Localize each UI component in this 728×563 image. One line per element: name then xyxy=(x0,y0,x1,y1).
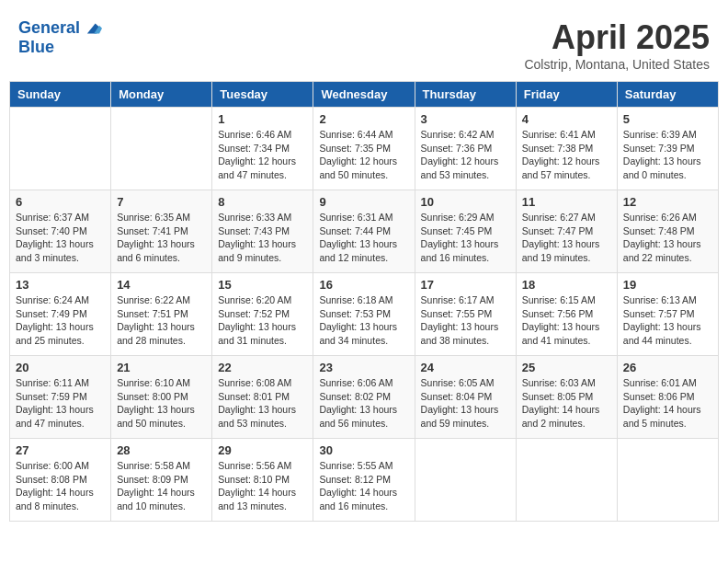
day-number: 23 xyxy=(319,361,408,374)
calendar-cell xyxy=(111,108,212,190)
day-header-friday: Friday xyxy=(516,82,617,108)
calendar-cell: 28Sunrise: 5:58 AMSunset: 8:09 PMDayligh… xyxy=(111,439,212,522)
calendar-cell: 20Sunrise: 6:11 AMSunset: 7:59 PMDayligh… xyxy=(10,356,111,439)
logo-subtext: Blue xyxy=(18,39,102,57)
day-info: Sunrise: 6:13 AMSunset: 7:57 PMDaylight:… xyxy=(623,293,712,348)
day-number: 6 xyxy=(16,195,105,209)
calendar-cell: 3Sunrise: 6:42 AMSunset: 7:36 PMDaylight… xyxy=(415,108,516,190)
calendar-cell: 9Sunrise: 6:31 AMSunset: 7:44 PMDaylight… xyxy=(313,190,415,273)
day-number: 16 xyxy=(319,278,408,292)
day-number: 11 xyxy=(522,195,611,209)
day-number: 2 xyxy=(319,112,408,126)
calendar-week-4: 20Sunrise: 6:11 AMSunset: 7:59 PMDayligh… xyxy=(10,356,719,439)
day-number: 4 xyxy=(522,112,611,126)
day-number: 1 xyxy=(218,112,307,126)
day-info: Sunrise: 6:08 AMSunset: 8:01 PMDaylight:… xyxy=(218,376,307,431)
calendar-cell: 23Sunrise: 6:06 AMSunset: 8:02 PMDayligh… xyxy=(313,356,415,439)
day-number: 24 xyxy=(421,361,510,374)
calendar-cell: 22Sunrise: 6:08 AMSunset: 8:01 PMDayligh… xyxy=(212,356,313,439)
day-number: 25 xyxy=(522,361,611,374)
day-info: Sunrise: 5:55 AMSunset: 8:12 PMDaylight:… xyxy=(319,459,408,513)
calendar-cell: 14Sunrise: 6:22 AMSunset: 7:51 PMDayligh… xyxy=(111,273,212,356)
day-number: 5 xyxy=(623,112,712,126)
day-number: 22 xyxy=(218,361,307,374)
day-header-thursday: Thursday xyxy=(415,82,516,108)
location: Colstrip, Montana, United States xyxy=(524,57,710,72)
day-number: 27 xyxy=(16,443,105,457)
day-info: Sunrise: 6:18 AMSunset: 7:53 PMDaylight:… xyxy=(319,293,408,348)
day-number: 19 xyxy=(623,278,712,292)
day-number: 9 xyxy=(319,195,408,209)
calendar-cell: 4Sunrise: 6:41 AMSunset: 7:38 PMDaylight… xyxy=(516,108,617,190)
day-info: Sunrise: 6:01 AMSunset: 8:06 PMDaylight:… xyxy=(623,376,712,431)
calendar-week-3: 13Sunrise: 6:24 AMSunset: 7:49 PMDayligh… xyxy=(10,273,719,356)
day-header-wednesday: Wednesday xyxy=(313,82,415,108)
day-info: Sunrise: 6:41 AMSunset: 7:38 PMDaylight:… xyxy=(522,128,611,182)
day-number: 20 xyxy=(16,361,105,374)
calendar-cell: 26Sunrise: 6:01 AMSunset: 8:06 PMDayligh… xyxy=(617,356,718,439)
day-header-monday: Monday xyxy=(111,82,212,108)
calendar-cell xyxy=(10,108,111,190)
day-number: 18 xyxy=(522,278,611,292)
day-number: 29 xyxy=(218,443,307,457)
calendar-cell: 7Sunrise: 6:35 AMSunset: 7:41 PMDaylight… xyxy=(111,190,212,273)
calendar-cell: 11Sunrise: 6:27 AMSunset: 7:47 PMDayligh… xyxy=(516,190,617,273)
day-info: Sunrise: 6:22 AMSunset: 7:51 PMDaylight:… xyxy=(117,293,206,348)
day-info: Sunrise: 6:17 AMSunset: 7:55 PMDaylight:… xyxy=(421,293,510,348)
day-info: Sunrise: 6:26 AMSunset: 7:48 PMDaylight:… xyxy=(623,211,712,265)
day-info: Sunrise: 6:00 AMSunset: 8:08 PMDaylight:… xyxy=(16,459,105,513)
day-info: Sunrise: 6:20 AMSunset: 7:52 PMDaylight:… xyxy=(218,293,307,348)
calendar-cell: 6Sunrise: 6:37 AMSunset: 7:40 PMDaylight… xyxy=(10,190,111,273)
day-number: 28 xyxy=(117,443,206,457)
day-number: 14 xyxy=(117,278,206,292)
calendar-cell xyxy=(617,439,718,522)
day-info: Sunrise: 6:42 AMSunset: 7:36 PMDaylight:… xyxy=(421,128,510,182)
day-number: 7 xyxy=(117,195,206,209)
calendar-cell: 29Sunrise: 5:56 AMSunset: 8:10 PMDayligh… xyxy=(212,439,313,522)
calendar-cell xyxy=(516,439,617,522)
day-number: 30 xyxy=(319,443,408,457)
calendar-cell: 24Sunrise: 6:05 AMSunset: 8:04 PMDayligh… xyxy=(415,356,516,439)
calendar-week-2: 6Sunrise: 6:37 AMSunset: 7:40 PMDaylight… xyxy=(10,190,719,273)
day-number: 13 xyxy=(16,278,105,292)
calendar-week-5: 27Sunrise: 6:00 AMSunset: 8:08 PMDayligh… xyxy=(10,439,719,522)
calendar-cell: 21Sunrise: 6:10 AMSunset: 8:00 PMDayligh… xyxy=(111,356,212,439)
day-number: 26 xyxy=(623,361,712,374)
calendar-cell: 25Sunrise: 6:03 AMSunset: 8:05 PMDayligh… xyxy=(516,356,617,439)
day-info: Sunrise: 5:58 AMSunset: 8:09 PMDaylight:… xyxy=(117,459,206,513)
logo-text: General xyxy=(18,19,80,38)
page-header: General Blue April 2025 Colstrip, Montan… xyxy=(9,9,719,76)
day-info: Sunrise: 5:56 AMSunset: 8:10 PMDaylight:… xyxy=(218,459,307,513)
day-number: 8 xyxy=(218,195,307,209)
month-title: April 2025 xyxy=(524,18,710,57)
calendar-cell: 19Sunrise: 6:13 AMSunset: 7:57 PMDayligh… xyxy=(617,273,718,356)
day-info: Sunrise: 6:06 AMSunset: 8:02 PMDaylight:… xyxy=(319,376,408,431)
calendar-cell: 10Sunrise: 6:29 AMSunset: 7:45 PMDayligh… xyxy=(415,190,516,273)
day-info: Sunrise: 6:24 AMSunset: 7:49 PMDaylight:… xyxy=(16,293,105,348)
day-info: Sunrise: 6:37 AMSunset: 7:40 PMDaylight:… xyxy=(16,211,105,265)
day-info: Sunrise: 6:11 AMSunset: 7:59 PMDaylight:… xyxy=(16,376,105,431)
day-header-sunday: Sunday xyxy=(10,82,111,108)
day-info: Sunrise: 6:10 AMSunset: 8:00 PMDaylight:… xyxy=(117,376,206,431)
day-header-tuesday: Tuesday xyxy=(212,82,313,108)
day-number: 15 xyxy=(218,278,307,292)
calendar-cell: 12Sunrise: 6:26 AMSunset: 7:48 PMDayligh… xyxy=(617,190,718,273)
day-info: Sunrise: 6:29 AMSunset: 7:45 PMDaylight:… xyxy=(421,211,510,265)
day-number: 17 xyxy=(421,278,510,292)
calendar-cell: 13Sunrise: 6:24 AMSunset: 7:49 PMDayligh… xyxy=(10,273,111,356)
logo: General Blue xyxy=(18,18,102,57)
calendar-cell: 15Sunrise: 6:20 AMSunset: 7:52 PMDayligh… xyxy=(212,273,313,356)
calendar-header-row: SundayMondayTuesdayWednesdayThursdayFrid… xyxy=(10,82,719,108)
day-info: Sunrise: 6:33 AMSunset: 7:43 PMDaylight:… xyxy=(218,211,307,265)
calendar-cell: 30Sunrise: 5:55 AMSunset: 8:12 PMDayligh… xyxy=(313,439,415,522)
day-info: Sunrise: 6:03 AMSunset: 8:05 PMDaylight:… xyxy=(522,376,611,431)
logo-icon xyxy=(82,18,102,39)
day-info: Sunrise: 6:15 AMSunset: 7:56 PMDaylight:… xyxy=(522,293,611,348)
calendar-table: SundayMondayTuesdayWednesdayThursdayFrid… xyxy=(9,81,719,522)
day-info: Sunrise: 6:44 AMSunset: 7:35 PMDaylight:… xyxy=(319,128,408,182)
calendar-cell: 5Sunrise: 6:39 AMSunset: 7:39 PMDaylight… xyxy=(617,108,718,190)
day-info: Sunrise: 6:35 AMSunset: 7:41 PMDaylight:… xyxy=(117,211,206,265)
day-info: Sunrise: 6:05 AMSunset: 8:04 PMDaylight:… xyxy=(421,376,510,431)
calendar-cell: 1Sunrise: 6:46 AMSunset: 7:34 PMDaylight… xyxy=(212,108,313,190)
day-info: Sunrise: 6:39 AMSunset: 7:39 PMDaylight:… xyxy=(623,128,712,182)
